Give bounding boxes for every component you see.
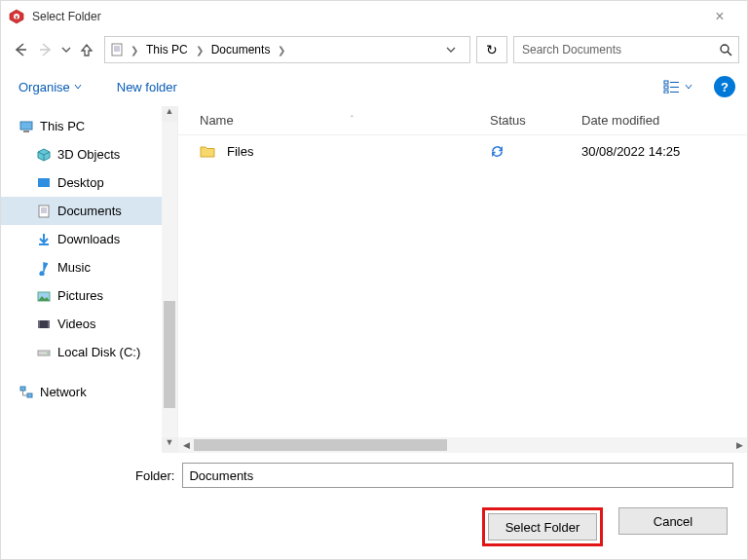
svg-rect-15 [664, 91, 668, 93]
titlebar: X Select Folder × [1, 1, 747, 32]
button-row: Select Folder Cancel [15, 507, 733, 546]
svg-point-9 [721, 45, 729, 53]
breadcrumb-root[interactable]: This PC [142, 41, 192, 58]
column-label: Name [200, 113, 234, 128]
tree-item-label: Downloads [57, 232, 120, 246]
tree-item-downloads[interactable]: Downloads [1, 225, 177, 253]
new-folder-button[interactable]: New folder [111, 76, 183, 98]
up-button[interactable] [75, 38, 98, 61]
tree-item-music[interactable]: Music [1, 253, 177, 281]
folder-label: Folder: [135, 468, 174, 483]
tree-item-label: Documents [57, 204, 122, 218]
chevron-right-icon[interactable]: ❯ [127, 45, 142, 56]
forward-button[interactable] [34, 38, 57, 61]
help-button[interactable]: ? [714, 76, 735, 97]
svg-rect-23 [38, 178, 50, 187]
svg-line-10 [728, 52, 731, 56]
tree-item-network[interactable]: Network [1, 378, 177, 406]
list-item[interactable]: Files 30/08/2022 14:25 [178, 135, 747, 167]
search-box[interactable] [513, 36, 739, 63]
search-input[interactable] [520, 42, 719, 57]
cancel-button[interactable]: Cancel [618, 507, 728, 535]
svg-rect-36 [20, 387, 25, 391]
view-options-button[interactable] [659, 78, 696, 95]
scroll-down-icon[interactable]: ▼ [162, 437, 177, 453]
svg-rect-5 [112, 44, 122, 56]
organise-menu[interactable]: Organise [13, 76, 88, 98]
command-bar: Organise New folder ? [1, 67, 747, 106]
folder-row: Folder: [15, 463, 733, 488]
tree-item-label: Videos [57, 317, 96, 331]
scroll-thumb[interactable] [194, 439, 447, 451]
pc-icon [19, 119, 34, 134]
sort-indicator-icon: ˆ [351, 115, 354, 126]
folder-input[interactable] [182, 463, 733, 488]
breadcrumb-current[interactable]: Documents [207, 41, 275, 58]
svg-rect-33 [48, 320, 50, 328]
new-folder-label: New folder [117, 80, 177, 94]
button-label: Cancel [654, 514, 692, 529]
svg-rect-11 [664, 81, 668, 84]
tree-item-label: This PC [40, 119, 85, 133]
refresh-button[interactable]: ↻ [476, 36, 507, 63]
tree-item-documents[interactable]: Documents [1, 197, 177, 225]
recent-dropdown-icon[interactable] [59, 38, 73, 61]
folder-icon [200, 144, 215, 158]
tree-item-label: Pictures [57, 288, 103, 303]
svg-rect-37 [27, 393, 32, 397]
list-hscrollbar[interactable]: ◀ ▶ [178, 437, 747, 453]
file-name: Files [227, 144, 253, 159]
list-header: Name ˆ Status Date modified [178, 106, 747, 135]
search-icon[interactable] [719, 43, 732, 56]
tree-item-local-disk[interactable]: Local Disk (C:) [1, 338, 177, 366]
select-folder-button[interactable]: Select Folder [488, 513, 597, 541]
tree-item-label: Music [57, 260, 91, 275]
select-folder-highlight: Select Folder [482, 507, 603, 546]
back-button[interactable] [9, 38, 32, 61]
svg-rect-17 [20, 122, 32, 130]
list-body[interactable]: Files 30/08/2022 14:25 [178, 135, 747, 437]
file-date: 30/08/2022 14:25 [572, 144, 747, 159]
main-area: This PC 3D Objects Desktop Documents Dow… [1, 106, 747, 453]
address-bar[interactable]: ❯ This PC ❯ Documents ❯ [104, 36, 470, 63]
navigation-row: ❯ This PC ❯ Documents ❯ ↻ [1, 32, 747, 67]
tree-item-desktop[interactable]: Desktop [1, 168, 177, 197]
chevron-down-icon [74, 83, 82, 91]
svg-rect-24 [39, 205, 49, 217]
svg-rect-18 [23, 131, 29, 132]
tree-scrollbar[interactable]: ▲ ▼ [162, 106, 177, 453]
column-header-date[interactable]: Date modified [572, 113, 747, 128]
tree-item-label: 3D Objects [57, 147, 120, 162]
file-list: Name ˆ Status Date modified Files [178, 106, 747, 453]
tree-item-this-pc[interactable]: This PC [1, 112, 177, 140]
music-icon [36, 260, 52, 276]
tree-item-label: Desktop [57, 175, 104, 190]
desktop-icon [36, 175, 52, 191]
tree-item-pictures[interactable]: Pictures [1, 281, 177, 310]
column-header-name[interactable]: Name ˆ [178, 113, 480, 128]
document-icon [36, 204, 52, 219]
scroll-left-icon[interactable]: ◀ [178, 440, 194, 450]
chevron-right-icon[interactable]: ❯ [274, 45, 289, 56]
disk-icon [36, 345, 52, 360]
close-icon[interactable]: × [700, 8, 739, 25]
sync-status-icon [490, 144, 562, 159]
svg-rect-32 [38, 320, 40, 328]
organise-label: Organise [19, 80, 70, 94]
tree-item-3d-objects[interactable]: 3D Objects [1, 140, 177, 168]
app-icon: X [9, 9, 24, 24]
chevron-right-icon[interactable]: ❯ [192, 45, 207, 56]
tree-item-videos[interactable]: Videos [1, 310, 177, 338]
scroll-up-icon[interactable]: ▲ [162, 106, 177, 122]
chevron-down-icon [685, 83, 692, 91]
network-icon [19, 385, 34, 400]
pictures-icon [36, 288, 52, 304]
scroll-thumb[interactable] [164, 301, 175, 408]
address-dropdown-icon[interactable] [446, 45, 468, 55]
scroll-right-icon[interactable]: ▶ [731, 440, 747, 450]
tree-item-label: Local Disk (C:) [57, 345, 140, 359]
navigation-tree: This PC 3D Objects Desktop Documents Dow… [1, 106, 178, 453]
column-header-status[interactable]: Status [480, 113, 572, 128]
scroll-track[interactable] [194, 437, 731, 453]
videos-icon [36, 317, 52, 332]
